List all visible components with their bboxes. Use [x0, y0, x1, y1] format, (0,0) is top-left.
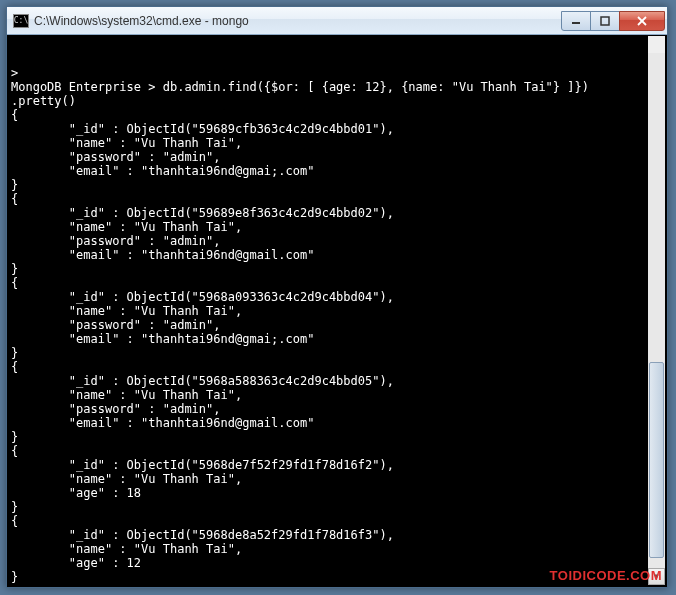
window-controls [562, 11, 665, 31]
minimize-button[interactable] [561, 11, 591, 31]
titlebar[interactable]: C:\ C:\Windows\system32\cmd.exe - mongo [7, 7, 667, 35]
close-icon [637, 16, 647, 26]
cmd-icon: C:\ [13, 14, 29, 28]
scroll-track[interactable] [648, 53, 665, 568]
minimize-icon [571, 16, 581, 26]
terminal-output: > MongoDB Enterprise > db.admin.find({$o… [9, 64, 665, 585]
watermark-text: TOIDICODE.COM [550, 568, 662, 583]
window-title: C:\Windows\system32\cmd.exe - mongo [34, 14, 562, 28]
vertical-scrollbar[interactable]: ▲ ▼ [648, 36, 665, 585]
terminal-area[interactable]: > MongoDB Enterprise > db.admin.find({$o… [9, 36, 665, 585]
terminal-window: C:\ C:\Windows\system32\cmd.exe - mongo … [6, 6, 668, 588]
svg-rect-1 [601, 17, 609, 25]
close-button[interactable] [619, 11, 665, 31]
maximize-button[interactable] [590, 11, 620, 31]
maximize-icon [600, 16, 610, 26]
scroll-thumb[interactable] [649, 362, 664, 558]
